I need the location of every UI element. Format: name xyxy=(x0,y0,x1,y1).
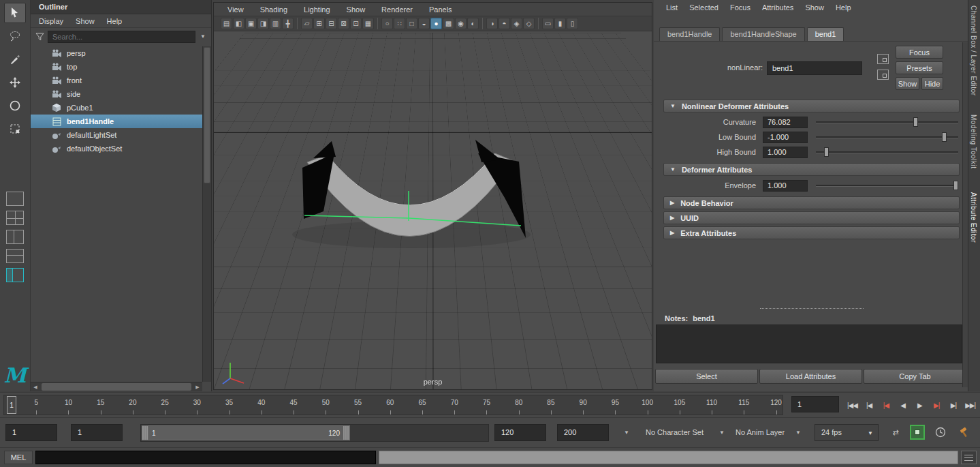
playback-start-field[interactable]: 1 xyxy=(71,424,123,441)
menu-show[interactable]: Show xyxy=(347,5,366,14)
scrollbar-handle[interactable] xyxy=(204,47,210,183)
step-forward-key-button[interactable]: ▶| xyxy=(928,402,945,409)
outliner-item-defaultobjectset[interactable]: defaultObjectSet xyxy=(31,142,202,155)
motion-blur-icon[interactable]: ◓ xyxy=(499,18,510,29)
depth-of-field-icon[interactable]: ◇ xyxy=(523,18,535,29)
go-to-end-button[interactable]: ▶▶| xyxy=(962,402,979,409)
two-pane-side-layout-button[interactable] xyxy=(6,230,24,244)
character-set-selector[interactable]: No Character Set xyxy=(646,424,704,441)
envelope-slider[interactable] xyxy=(816,180,960,191)
filter-icon[interactable] xyxy=(34,31,45,42)
menu-display[interactable]: Display xyxy=(39,17,63,25)
outliner-item-pcube1[interactable]: pCube1 xyxy=(31,101,202,115)
four-pane-layout-button[interactable] xyxy=(6,211,24,225)
playback-loop-icon[interactable]: ⇄ xyxy=(888,425,903,440)
menu-panels[interactable]: Panels xyxy=(429,5,452,14)
low-bound-field[interactable]: -1.000 xyxy=(763,132,808,143)
character-set-chevron-icon[interactable]: ▼ xyxy=(719,430,725,436)
bounding-box-icon[interactable]: □ xyxy=(406,18,417,29)
range-start-handle[interactable] xyxy=(142,426,148,440)
select-button[interactable]: Select xyxy=(655,369,758,384)
play-forward-button[interactable]: ▶ xyxy=(911,402,928,409)
section-node-behavior[interactable]: ▶ Node Behavior xyxy=(663,196,960,209)
safe-action-icon[interactable]: ▦ xyxy=(362,18,374,29)
envelope-field[interactable]: 1.000 xyxy=(763,180,808,192)
tab-channel-box-layer-editor[interactable]: Channel Box / Layer Editor xyxy=(970,5,977,96)
outliner-item-top[interactable]: top xyxy=(31,60,202,74)
slider-handle[interactable] xyxy=(942,132,947,142)
menu-renderer[interactable]: Renderer xyxy=(381,5,413,14)
shadows-icon[interactable]: ◐ xyxy=(467,18,479,29)
outliner-persp-layout-button[interactable] xyxy=(6,268,24,282)
move-tool[interactable] xyxy=(4,72,26,93)
high-bound-slider[interactable] xyxy=(816,147,960,157)
slider-handle[interactable] xyxy=(913,117,918,127)
playback-range-bar[interactable]: 1 120 xyxy=(142,425,350,440)
pin-tab-icon[interactable] xyxy=(877,70,889,80)
lights-icon[interactable]: ◉ xyxy=(455,18,467,29)
animation-preferences-hammer-icon[interactable] xyxy=(956,425,971,440)
menu-show[interactable]: Show xyxy=(76,17,95,25)
tab-attribute-editor[interactable]: Attribute Editor xyxy=(970,192,977,243)
tab-bend1handle[interactable]: bend1Handle xyxy=(659,27,720,41)
exposure-icon[interactable]: ▯ xyxy=(567,18,578,29)
camera-attributes-icon[interactable]: ▣ xyxy=(245,18,257,29)
points-icon[interactable]: ∷ xyxy=(394,18,405,29)
tab-modeling-toolkit[interactable]: Modeling Toolkit xyxy=(970,115,977,169)
animation-start-field[interactable]: 1 xyxy=(5,424,57,441)
section-extra-attributes[interactable]: ▶ Extra Attributes xyxy=(663,226,960,239)
outliner-item-persp[interactable]: persp xyxy=(31,46,202,60)
scale-tool[interactable] xyxy=(4,119,26,139)
rotate-tool[interactable] xyxy=(4,95,26,116)
notes-textarea[interactable] xyxy=(656,325,962,363)
grease-pencil-icon[interactable]: ▱ xyxy=(301,18,313,29)
viewport-3d-view[interactable]: persp xyxy=(214,33,652,389)
select-camera-icon[interactable]: ▤ xyxy=(221,18,232,29)
play-backwards-button[interactable]: ◀ xyxy=(894,402,911,409)
range-end-handle[interactable] xyxy=(343,426,349,440)
search-input[interactable] xyxy=(48,31,195,43)
script-editor-icon[interactable] xyxy=(961,451,977,464)
hide-button[interactable]: Hide xyxy=(921,77,943,90)
current-frame-field[interactable]: 1 xyxy=(791,396,839,412)
scroll-right-arrow-icon[interactable]: ▶ xyxy=(193,382,202,391)
outliner-item-defaultlightset[interactable]: defaultLightSet xyxy=(31,128,202,142)
select-tool[interactable] xyxy=(4,3,26,23)
focus-button[interactable]: Focus xyxy=(896,46,943,59)
time-ruler[interactable]: 1 51015202530354045505560657075808590951… xyxy=(3,395,783,415)
open-in-window-icon[interactable] xyxy=(877,54,889,64)
smooth-shade-icon[interactable]: ● xyxy=(430,18,442,29)
gate-mask-icon[interactable]: ⊠ xyxy=(338,18,349,29)
bookmarks-icon[interactable]: ◨ xyxy=(257,18,269,29)
scrollbar-handle[interactable] xyxy=(42,383,191,391)
show-button[interactable]: Show xyxy=(896,77,919,90)
command-language-button[interactable]: MEL xyxy=(4,451,33,464)
menu-show[interactable]: Show xyxy=(805,3,824,12)
step-back-frame-button[interactable]: |◀ xyxy=(861,402,878,409)
field-chart-icon[interactable]: ⊡ xyxy=(350,18,362,29)
outliner-horizontal-scrollbar[interactable]: ◀ ▶ xyxy=(31,382,202,391)
outliner-item-bend1handle[interactable]: bend1Handle xyxy=(31,115,202,128)
presets-button[interactable]: Presets xyxy=(896,61,943,74)
time-options-clock-icon[interactable] xyxy=(933,425,948,440)
range-slider[interactable]: 1 120 xyxy=(140,424,489,442)
attribute-editor-scrollbar[interactable] xyxy=(962,42,968,387)
menu-help[interactable]: Help xyxy=(836,3,851,12)
wireframe-icon[interactable]: ○ xyxy=(381,18,393,29)
menu-focus[interactable]: Focus xyxy=(730,3,750,12)
tab-bend1[interactable]: bend1 xyxy=(807,27,844,41)
menu-view[interactable]: View xyxy=(227,5,244,14)
menu-help[interactable]: Help xyxy=(107,17,123,25)
command-input[interactable] xyxy=(35,451,376,464)
menu-attributes[interactable]: Attributes xyxy=(762,3,793,12)
section-deformer-attributes[interactable]: ▼ Deformer Attributes xyxy=(663,163,960,176)
image-plane-icon[interactable]: ▥ xyxy=(270,18,281,29)
curvature-slider[interactable] xyxy=(816,117,960,127)
lock-camera-icon[interactable]: ◧ xyxy=(233,18,244,29)
high-bound-field[interactable]: 1.000 xyxy=(763,147,808,158)
playback-end-field[interactable]: 120 xyxy=(494,424,546,441)
menu-list[interactable]: List xyxy=(666,3,678,12)
section-nonlinear-deformer-attributes[interactable]: ▼ Nonlinear Deformer Attributes xyxy=(663,100,960,112)
paint-select-tool[interactable] xyxy=(4,49,26,70)
isolate-select-icon[interactable]: ▭ xyxy=(542,18,554,29)
